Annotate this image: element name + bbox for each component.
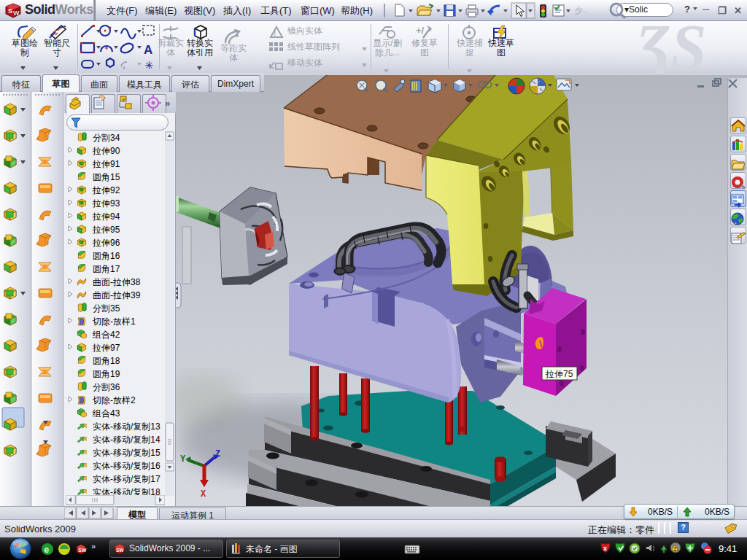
svg-text:X: X (201, 489, 206, 499)
svg-text:SW: SW (116, 548, 124, 553)
svg-text:W: W (13, 9, 20, 17)
svg-text:»: » (165, 98, 170, 109)
svg-text:!: ! (274, 29, 276, 37)
svg-text:Z: Z (215, 449, 220, 459)
svg-text:!: ! (674, 546, 676, 551)
svg-text:»: » (91, 542, 96, 551)
svg-text:x: x (603, 545, 607, 552)
svg-text:少..: 少.. (575, 6, 587, 15)
svg-text:e: e (44, 545, 50, 555)
svg-text:+/: +/ (416, 25, 425, 36)
svg-text:S: S (8, 7, 12, 15)
svg-text:SW: SW (78, 548, 87, 553)
svg-text:拉伸75: 拉伸75 (545, 369, 573, 379)
svg-text:Y: Y (180, 454, 186, 464)
svg-text:✳: ✳ (144, 59, 154, 71)
